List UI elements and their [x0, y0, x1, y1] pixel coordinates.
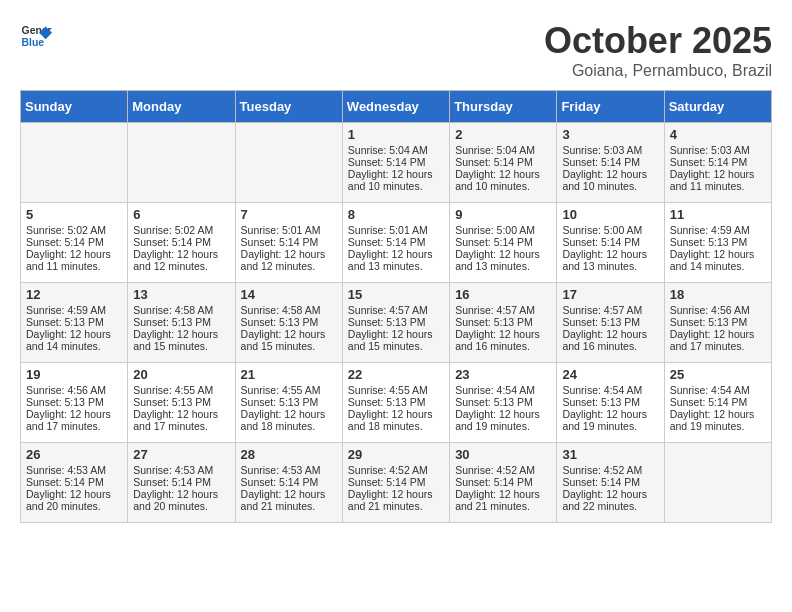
day-header-thursday: Thursday — [450, 91, 557, 123]
sunset-text: Sunset: 5:13 PM — [670, 316, 748, 328]
day-number: 1 — [348, 127, 444, 142]
daylight-text: Daylight: 12 hours and 16 minutes. — [455, 328, 540, 352]
sunset-text: Sunset: 5:13 PM — [26, 396, 104, 408]
calendar-cell — [664, 443, 771, 523]
daylight-text: Daylight: 12 hours and 11 minutes. — [26, 248, 111, 272]
sunrise-text: Sunrise: 5:03 AM — [562, 144, 642, 156]
sunrise-text: Sunrise: 5:01 AM — [241, 224, 321, 236]
sunrise-text: Sunrise: 5:00 AM — [562, 224, 642, 236]
daylight-text: Daylight: 12 hours and 15 minutes. — [348, 328, 433, 352]
day-number: 5 — [26, 207, 122, 222]
day-number: 10 — [562, 207, 658, 222]
calendar-cell: 11 Sunrise: 4:59 AM Sunset: 5:13 PM Dayl… — [664, 203, 771, 283]
calendar-cell: 2 Sunrise: 5:04 AM Sunset: 5:14 PM Dayli… — [450, 123, 557, 203]
day-number: 18 — [670, 287, 766, 302]
calendar-cell: 18 Sunrise: 4:56 AM Sunset: 5:13 PM Dayl… — [664, 283, 771, 363]
calendar-cell: 16 Sunrise: 4:57 AM Sunset: 5:13 PM Dayl… — [450, 283, 557, 363]
daylight-text: Daylight: 12 hours and 20 minutes. — [26, 488, 111, 512]
day-number: 24 — [562, 367, 658, 382]
sunrise-text: Sunrise: 5:02 AM — [133, 224, 213, 236]
sunset-text: Sunset: 5:14 PM — [562, 476, 640, 488]
day-number: 17 — [562, 287, 658, 302]
sunrise-text: Sunrise: 4:58 AM — [241, 304, 321, 316]
calendar-cell: 6 Sunrise: 5:02 AM Sunset: 5:14 PM Dayli… — [128, 203, 235, 283]
logo-icon: General Blue — [20, 20, 52, 52]
location-subtitle: Goiana, Pernambuco, Brazil — [544, 62, 772, 80]
calendar-cell: 27 Sunrise: 4:53 AM Sunset: 5:14 PM Dayl… — [128, 443, 235, 523]
daylight-text: Daylight: 12 hours and 16 minutes. — [562, 328, 647, 352]
sunset-text: Sunset: 5:13 PM — [133, 316, 211, 328]
week-row-4: 19 Sunrise: 4:56 AM Sunset: 5:13 PM Dayl… — [21, 363, 772, 443]
logo: General Blue — [20, 20, 52, 52]
sunset-text: Sunset: 5:14 PM — [562, 156, 640, 168]
sunset-text: Sunset: 5:14 PM — [241, 236, 319, 248]
daylight-text: Daylight: 12 hours and 18 minutes. — [348, 408, 433, 432]
sunrise-text: Sunrise: 4:53 AM — [241, 464, 321, 476]
sunset-text: Sunset: 5:13 PM — [455, 396, 533, 408]
daylight-text: Daylight: 12 hours and 11 minutes. — [670, 168, 755, 192]
calendar-cell: 10 Sunrise: 5:00 AM Sunset: 5:14 PM Dayl… — [557, 203, 664, 283]
sunset-text: Sunset: 5:14 PM — [455, 156, 533, 168]
week-row-2: 5 Sunrise: 5:02 AM Sunset: 5:14 PM Dayli… — [21, 203, 772, 283]
sunset-text: Sunset: 5:13 PM — [348, 396, 426, 408]
sunrise-text: Sunrise: 4:53 AM — [26, 464, 106, 476]
month-title: October 2025 — [544, 20, 772, 62]
day-number: 20 — [133, 367, 229, 382]
sunset-text: Sunset: 5:13 PM — [133, 396, 211, 408]
day-number: 12 — [26, 287, 122, 302]
daylight-text: Daylight: 12 hours and 19 minutes. — [670, 408, 755, 432]
day-number: 11 — [670, 207, 766, 222]
daylight-text: Daylight: 12 hours and 22 minutes. — [562, 488, 647, 512]
sunrise-text: Sunrise: 4:59 AM — [670, 224, 750, 236]
day-number: 4 — [670, 127, 766, 142]
daylight-text: Daylight: 12 hours and 20 minutes. — [133, 488, 218, 512]
sunset-text: Sunset: 5:14 PM — [348, 476, 426, 488]
daylight-text: Daylight: 12 hours and 15 minutes. — [133, 328, 218, 352]
sunrise-text: Sunrise: 5:02 AM — [26, 224, 106, 236]
calendar-cell: 8 Sunrise: 5:01 AM Sunset: 5:14 PM Dayli… — [342, 203, 449, 283]
sunrise-text: Sunrise: 4:55 AM — [241, 384, 321, 396]
calendar-cell: 22 Sunrise: 4:55 AM Sunset: 5:13 PM Dayl… — [342, 363, 449, 443]
week-row-1: 1 Sunrise: 5:04 AM Sunset: 5:14 PM Dayli… — [21, 123, 772, 203]
day-number: 22 — [348, 367, 444, 382]
calendar-cell: 4 Sunrise: 5:03 AM Sunset: 5:14 PM Dayli… — [664, 123, 771, 203]
daylight-text: Daylight: 12 hours and 13 minutes. — [562, 248, 647, 272]
sunset-text: Sunset: 5:14 PM — [348, 156, 426, 168]
sunset-text: Sunset: 5:13 PM — [241, 316, 319, 328]
daylight-text: Daylight: 12 hours and 17 minutes. — [26, 408, 111, 432]
calendar-body: 1 Sunrise: 5:04 AM Sunset: 5:14 PM Dayli… — [21, 123, 772, 523]
calendar-cell — [235, 123, 342, 203]
daylight-text: Daylight: 12 hours and 15 minutes. — [241, 328, 326, 352]
calendar-header: SundayMondayTuesdayWednesdayThursdayFrid… — [21, 91, 772, 123]
day-header-saturday: Saturday — [664, 91, 771, 123]
sunrise-text: Sunrise: 4:53 AM — [133, 464, 213, 476]
sunrise-text: Sunrise: 4:52 AM — [348, 464, 428, 476]
day-number: 30 — [455, 447, 551, 462]
sunrise-text: Sunrise: 4:55 AM — [348, 384, 428, 396]
calendar-table: SundayMondayTuesdayWednesdayThursdayFrid… — [20, 90, 772, 523]
sunset-text: Sunset: 5:14 PM — [241, 476, 319, 488]
daylight-text: Daylight: 12 hours and 21 minutes. — [455, 488, 540, 512]
sunset-text: Sunset: 5:13 PM — [562, 316, 640, 328]
sunrise-text: Sunrise: 4:57 AM — [348, 304, 428, 316]
sunrise-text: Sunrise: 4:55 AM — [133, 384, 213, 396]
header-row: SundayMondayTuesdayWednesdayThursdayFrid… — [21, 91, 772, 123]
sunset-text: Sunset: 5:14 PM — [133, 476, 211, 488]
daylight-text: Daylight: 12 hours and 17 minutes. — [670, 328, 755, 352]
sunset-text: Sunset: 5:14 PM — [455, 476, 533, 488]
calendar-cell: 9 Sunrise: 5:00 AM Sunset: 5:14 PM Dayli… — [450, 203, 557, 283]
sunset-text: Sunset: 5:13 PM — [455, 316, 533, 328]
daylight-text: Daylight: 12 hours and 10 minutes. — [562, 168, 647, 192]
day-header-wednesday: Wednesday — [342, 91, 449, 123]
day-number: 15 — [348, 287, 444, 302]
sunrise-text: Sunrise: 4:56 AM — [26, 384, 106, 396]
daylight-text: Daylight: 12 hours and 18 minutes. — [241, 408, 326, 432]
daylight-text: Daylight: 12 hours and 13 minutes. — [348, 248, 433, 272]
daylight-text: Daylight: 12 hours and 21 minutes. — [348, 488, 433, 512]
daylight-text: Daylight: 12 hours and 13 minutes. — [455, 248, 540, 272]
day-header-monday: Monday — [128, 91, 235, 123]
day-header-friday: Friday — [557, 91, 664, 123]
calendar-cell: 13 Sunrise: 4:58 AM Sunset: 5:13 PM Dayl… — [128, 283, 235, 363]
sunrise-text: Sunrise: 5:01 AM — [348, 224, 428, 236]
sunrise-text: Sunrise: 4:57 AM — [562, 304, 642, 316]
